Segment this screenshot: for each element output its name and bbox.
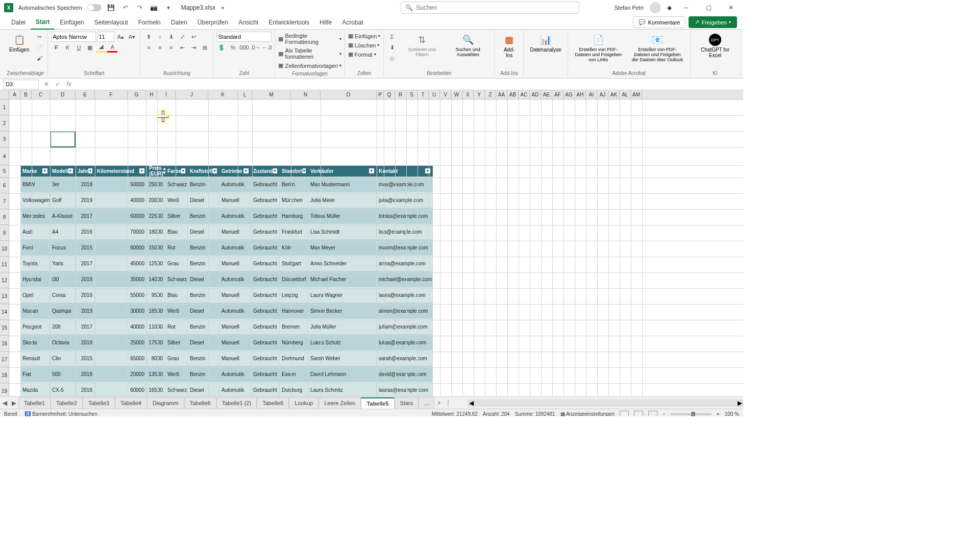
table-cell[interactable]: 50000 [95, 177, 147, 192]
table-cell[interactable]: Benzin [188, 240, 219, 256]
table-cell[interactable]: 2018 [76, 271, 95, 287]
table-header-marke[interactable]: Marke▾ [20, 165, 50, 177]
row-header-4[interactable]: 4 [0, 147, 9, 165]
table-row[interactable]: OpelCorsa2016550009500BlauBenzinManuellG… [20, 287, 433, 303]
table-cell[interactable]: david@example.com [377, 366, 433, 382]
table-cell[interactable]: Automatik [219, 366, 251, 382]
col-header-E[interactable]: E [76, 90, 95, 99]
table-header-standort[interactable]: Standort▾ [280, 165, 308, 177]
table-cell[interactable]: Hannover [280, 303, 308, 319]
filename-dropdown-icon[interactable]: ▾ [222, 5, 224, 11]
zoom-in-button[interactable]: + [717, 411, 720, 416]
table-cell[interactable]: Benzin [188, 287, 219, 303]
table-row[interactable]: BMW3er20185000025000SchwarzBenzinAutomat… [20, 177, 433, 192]
table-cell[interactable]: 65000 [95, 350, 147, 366]
table-cell[interactable]: Diesel [188, 224, 219, 240]
col-header-AM[interactable]: AM [631, 90, 642, 99]
table-cell[interactable]: Blau [165, 224, 188, 240]
addins-button[interactable]: ▦Add-Ins [498, 32, 520, 60]
sheet-tab-[interactable]: ... [419, 397, 434, 409]
table-cell[interactable]: Manuell [219, 335, 251, 350]
table-cell[interactable]: 80000 [95, 240, 147, 256]
table-row[interactable]: MercedesA-Klasse20176000022500SilberBenz… [20, 208, 433, 224]
new-sheet-button[interactable]: + [434, 398, 444, 408]
sheet-tab-lookup[interactable]: Lookup [289, 397, 318, 409]
decrease-font-icon[interactable]: A▾ [127, 32, 137, 42]
table-cell[interactable]: Grau [165, 256, 188, 271]
tab-ueberpruefen[interactable]: Überprüfen [192, 16, 233, 29]
table-cell[interactable]: 2017 [76, 208, 95, 224]
table-cell[interactable]: Benzin [188, 350, 219, 366]
font-size-select[interactable] [97, 32, 114, 42]
row-header-7[interactable]: 7 [0, 193, 9, 209]
table-cell[interactable]: Laura Schmitz [308, 382, 377, 396]
table-cell[interactable]: i30 [50, 271, 76, 287]
align-bottom-icon[interactable]: ⬇ [166, 32, 176, 42]
table-cell[interactable]: Automatik [219, 177, 251, 192]
table-cell[interactable]: michael@example.com [377, 271, 433, 287]
table-cell[interactable]: 17500 [147, 335, 165, 350]
table-cell[interactable]: Sarah Weber [308, 350, 377, 366]
row-header-2[interactable]: 2 [0, 115, 9, 131]
table-cell[interactable]: Gebraucht [251, 319, 280, 335]
percent-icon[interactable]: % [228, 42, 238, 53]
increase-font-icon[interactable]: A▴ [115, 32, 126, 42]
sheet-tab-tabelle6[interactable]: Tabelle6 [184, 397, 216, 409]
table-cell[interactable]: Audi [20, 224, 50, 240]
align-left-icon[interactable]: ≡ [143, 42, 154, 53]
table-cell[interactable]: Gebraucht [251, 350, 280, 366]
increase-indent-icon[interactable]: ⇥ [188, 42, 199, 53]
tab-formeln[interactable]: Formeln [133, 16, 166, 29]
table-cell[interactable]: Gebraucht [251, 271, 280, 287]
table-cell[interactable]: 2016 [76, 287, 95, 303]
col-header-M[interactable]: M [252, 90, 291, 99]
table-cell[interactable]: Corsa [50, 287, 76, 303]
align-middle-icon[interactable]: ↕ [155, 32, 165, 42]
table-cell[interactable]: A4 [50, 224, 76, 240]
align-right-icon[interactable]: ≡ [166, 42, 176, 53]
tab-einfuegen[interactable]: Einfügen [55, 16, 89, 29]
clear-icon[interactable]: ◇ [387, 53, 397, 63]
table-cell[interactable]: Bremen [280, 319, 308, 335]
table-cell[interactable]: anna@example.com [377, 256, 433, 271]
zoom-out-button[interactable]: − [663, 411, 666, 416]
col-header-A[interactable]: A [9, 90, 20, 99]
bedingte-formatierung-button[interactable]: ▦Bedingte Formatierung▾ [278, 32, 341, 46]
table-header-modell[interactable]: Modell▾ [50, 165, 76, 177]
table-cell[interactable]: Duisburg [280, 382, 308, 396]
table-cell[interactable]: juliam@example.com [377, 319, 433, 335]
tab-ansicht[interactable]: Ansicht [233, 16, 263, 29]
table-header-kilometerstand[interactable]: Kilometerstand▾ [95, 165, 147, 177]
table-cell[interactable]: Mercedes [20, 208, 50, 224]
number-format-select[interactable] [216, 32, 272, 42]
table-cell[interactable]: Manuell [219, 256, 251, 271]
undo-icon[interactable]: ↶ [121, 3, 130, 12]
table-cell[interactable]: laura@example.com [377, 287, 433, 303]
table-cell[interactable]: Diesel [188, 303, 219, 319]
table-cell[interactable]: Gebraucht [251, 366, 280, 382]
table-cell[interactable]: Benzin [188, 366, 219, 382]
row-header-13[interactable]: 13 [0, 288, 9, 304]
table-cell[interactable]: Skoda [20, 335, 50, 350]
table-cell[interactable]: Stuttgart [280, 256, 308, 271]
col-header-S[interactable]: S [406, 90, 418, 99]
row-header-18[interactable]: 18 [0, 367, 9, 383]
sheet-prev-button[interactable]: ◀ [0, 398, 9, 408]
table-cell[interactable]: 2019 [76, 303, 95, 319]
cells-area[interactable]: Marke▾Modell▾Jahr▾Kilometerstand▾Preis (… [9, 99, 743, 396]
table-cell[interactable]: Laura Wagner [308, 287, 377, 303]
table-cell[interactable]: 45000 [95, 256, 147, 271]
table-cell[interactable]: Lukas Schulz [308, 335, 377, 350]
row-header-9[interactable]: 9 [0, 225, 9, 241]
save-icon[interactable]: 💾 [107, 3, 116, 12]
table-cell[interactable]: Tobias Müller [308, 208, 377, 224]
col-header-H[interactable]: H [146, 90, 157, 99]
table-cell[interactable]: Michael Fischer [308, 271, 377, 287]
table-cell[interactable]: julia@example.com [377, 192, 433, 208]
table-cell[interactable]: Benzin [188, 256, 219, 271]
table-cell[interactable]: Diesel [188, 382, 219, 396]
table-cell[interactable]: A-Klasse [50, 208, 76, 224]
table-cell[interactable]: 2016 [76, 382, 95, 396]
autosum-icon[interactable]: Σ [387, 32, 397, 42]
table-cell[interactable]: Essen [280, 366, 308, 382]
